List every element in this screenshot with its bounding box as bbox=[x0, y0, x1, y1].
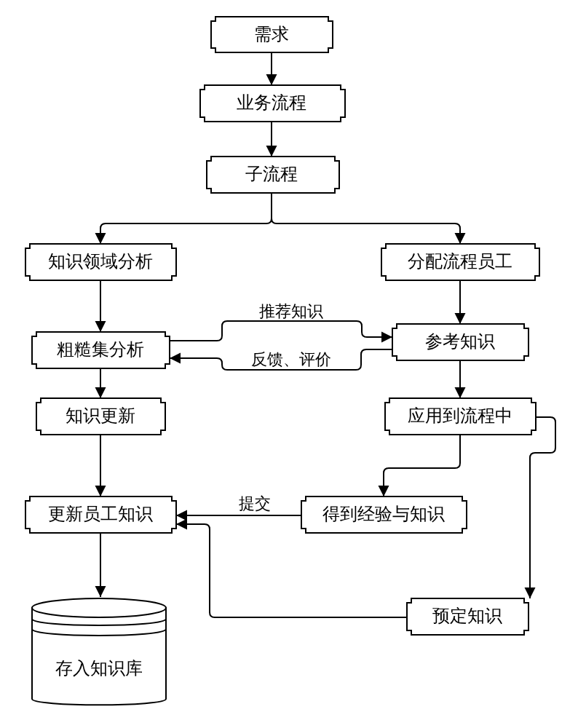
label-reference-knowledge: 参考知识 bbox=[425, 332, 495, 351]
edge-n9-n12 bbox=[530, 417, 555, 598]
node-knowledge-domain-analysis: 知识领域分析 bbox=[25, 244, 176, 280]
node-apply-to-process: 应用到流程中 bbox=[385, 398, 536, 435]
node-reserve-knowledge: 预定知识 bbox=[407, 598, 528, 635]
label-gain-experience: 得到经验与知识 bbox=[322, 505, 445, 523]
flowchart-diagram: 需求 业务流程 子流程 知识领域分析 分配流程员工 粗糙集分析 参考知识 知识更… bbox=[0, 0, 578, 728]
label-subprocess: 子流程 bbox=[245, 165, 298, 183]
node-knowledge-update: 知识更新 bbox=[36, 398, 165, 435]
label-update-staff-knowledge: 更新员工知识 bbox=[48, 505, 153, 523]
node-requirement: 需求 bbox=[211, 17, 333, 52]
edge-n3-n5 bbox=[272, 193, 460, 244]
edge-n6-n7 bbox=[170, 321, 392, 341]
node-subprocess: 子流程 bbox=[207, 157, 339, 193]
label-rough-set-analysis: 粗糙集分析 bbox=[57, 340, 144, 359]
edge-label-recommend: 推荐知识 bbox=[259, 302, 323, 320]
edge-label-submit: 提交 bbox=[239, 494, 271, 513]
edge-n9-n11 bbox=[384, 435, 460, 496]
label-requirement: 需求 bbox=[254, 25, 289, 44]
label-apply-to-process: 应用到流程中 bbox=[408, 406, 512, 425]
label-assign-process-staff: 分配流程员工 bbox=[408, 252, 512, 271]
label-knowledge-update: 知识更新 bbox=[66, 406, 135, 425]
node-reference-knowledge: 参考知识 bbox=[392, 324, 528, 360]
edge-n12-n10 bbox=[176, 524, 407, 617]
node-rough-set-analysis: 粗糙集分析 bbox=[32, 332, 170, 368]
label-store-knowledge-base: 存入知识库 bbox=[55, 659, 143, 678]
node-business-process: 业务流程 bbox=[200, 85, 345, 122]
node-update-staff-knowledge: 更新员工知识 bbox=[25, 496, 176, 533]
edge-label-feedback: 反馈、评价 bbox=[251, 350, 331, 368]
edge-n3-n4 bbox=[100, 193, 272, 244]
svg-point-0 bbox=[32, 598, 166, 617]
node-assign-process-staff: 分配流程员工 bbox=[381, 244, 539, 280]
label-reserve-knowledge: 预定知识 bbox=[432, 606, 502, 625]
node-store-knowledge-base: 存入知识库 bbox=[32, 598, 166, 705]
label-business-process: 业务流程 bbox=[237, 93, 306, 112]
label-knowledge-domain-analysis: 知识领域分析 bbox=[48, 252, 153, 271]
node-gain-experience: 得到经验与知识 bbox=[301, 496, 467, 533]
